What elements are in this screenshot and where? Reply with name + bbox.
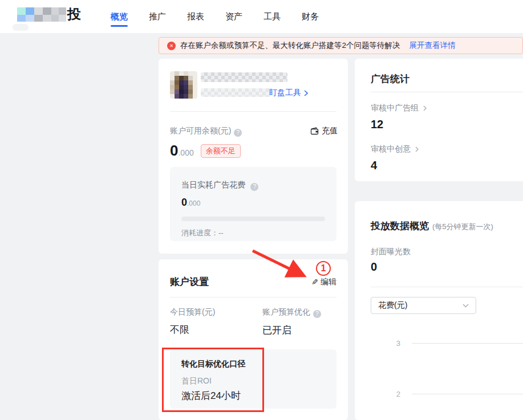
balance-amount: 0 .000 余额不足 [170,142,241,160]
edit-button[interactable]: ✎ 编辑 [311,277,336,287]
tab-promotion[interactable]: 推广 [149,0,166,33]
help-icon[interactable] [234,129,242,137]
balance-label: 账户可用余额(元) [170,126,242,137]
pencil-icon: ✎ [311,278,318,287]
chart-gridline [412,343,523,344]
tab-finance[interactable]: 财务 [302,0,319,33]
insufficient-balance-badge: 余额不足 [201,144,241,158]
alert-expand-link[interactable]: 展开查看详情 [410,40,456,51]
tab-reports[interactable]: 报表 [187,0,204,33]
pending-creatives-item[interactable]: 审核中创意 4 [371,144,419,172]
divider [170,297,336,297]
conversion-sub-label: 首日ROI [181,376,325,386]
divider [170,111,336,112]
metric-dropdown[interactable]: 花费(元) [371,297,476,314]
conversion-sub-value: 激活后24小时 [181,389,325,402]
help-icon[interactable] [313,310,321,318]
today-budget: 今日预算(元) 不限 [170,307,215,336]
tab-tools[interactable]: 工具 [263,0,281,33]
pending-adgroups-value: 12 [371,118,427,131]
data-overview-card: 投放数据概览 (每5分钟更新一次) 封面曝光数 0 花费(元) 3 2 [355,201,523,420]
active-tab-underline [111,25,128,27]
cover-exposure-value: 0 [371,260,377,274]
chart-gridline [412,394,523,394]
daily-spend-box: 当日实耗广告花费 0 .000 消耗进度：-- [170,167,336,241]
budget-opt-label: 账户预算优化 [262,307,321,318]
chevron-right-icon [304,90,308,96]
logo-fragment [13,24,29,31]
account-id-redacted [201,88,270,97]
conversion-goal-box: 转化目标优化口径 首日ROI 激活后24小时 [170,349,336,409]
pending-creatives-value: 4 [371,159,419,172]
chevron-right-icon [415,146,419,152]
recharge-wallet-icon [310,127,319,135]
settings-title: 账户设置 [170,275,209,288]
spend-amount: 0 .000 [181,197,325,209]
ad-stats-title: 广告统计 [371,72,410,85]
pending-adgroups-item[interactable]: 审核中广告组 12 [371,103,427,131]
y-axis-tick: 2 [366,390,400,398]
divider [371,92,523,92]
spend-label: 当日实耗广告花费 [181,180,245,189]
spend-progress-bar [181,217,325,221]
cover-exposure-label: 封面曝光数 [371,247,411,257]
conversion-box-title: 转化目标优化口径 [181,359,325,369]
budget-opt-value: 已开启 [262,324,321,337]
logo-text: 投 [67,5,82,23]
alert-message: 存在账户余额或预算不足、最大转化账户搭建等2个问题等待解决 [180,40,400,51]
account-name-redacted [201,72,287,82]
chevron-down-icon [463,304,469,308]
nav-tabs: 概览 推广 报表 资产 工具 财务 [111,0,319,33]
divider [371,287,523,287]
logo-mosaic-redacted [17,6,66,22]
tab-assets[interactable]: 资产 [225,0,242,33]
account-card: 盯盘工具 账户可用余额(元) 充值 0 .000 余额不足 当日实耗广告花费 0 [159,59,348,254]
chevron-right-icon [423,105,427,111]
watch-tool-link[interactable]: 盯盘工具 [269,88,308,98]
account-settings-card: 账户设置 ✎ 编辑 今日预算(元) 不限 账户预算优化 已开启 转化目标优化口径… [159,259,348,420]
alert-banner: 存在账户余额或预算不足、最大转化账户搭建等2个问题等待解决 展开查看详情 [159,37,523,54]
brand-logo[interactable]: 投 [17,5,82,23]
budget-value: 不限 [170,323,215,336]
ad-stats-card: 广告统计 审核中广告组 12 审核中创意 4 [355,59,523,181]
tab-overview[interactable]: 概览 [111,0,128,33]
budget-optimization: 账户预算优化 已开启 [262,307,321,337]
error-icon [167,42,176,50]
avatar [170,71,197,99]
overview-title: 投放数据概览 [371,219,429,233]
progress-note: 消耗进度：-- [181,228,325,238]
top-nav: 投 概览 推广 报表 资产 工具 财务 [0,0,523,33]
help-icon[interactable] [250,183,258,191]
overview-subtitle: (每5分钟更新一次) [432,222,493,232]
budget-label: 今日预算(元) [170,307,215,317]
y-axis-tick: 3 [366,339,400,348]
recharge-button[interactable]: 充值 [310,126,338,136]
